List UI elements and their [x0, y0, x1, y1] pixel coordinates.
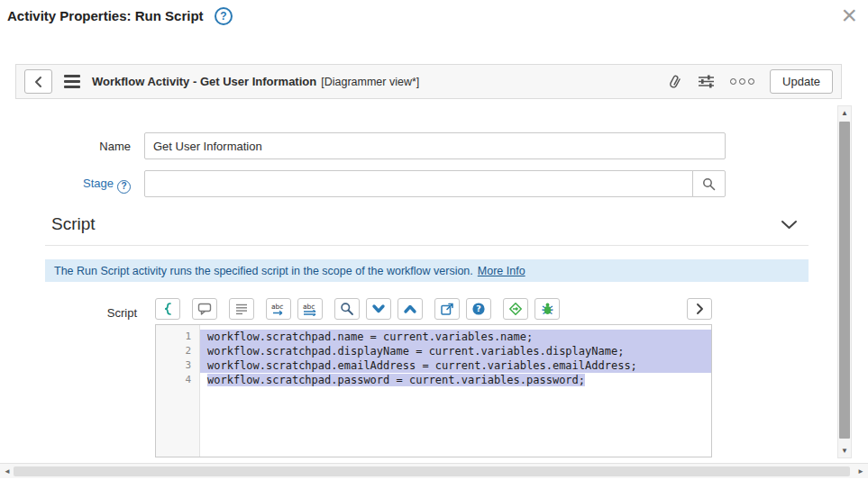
section-divider: [45, 245, 809, 246]
line-number: 2: [156, 344, 199, 358]
line-number: 3: [156, 358, 199, 373]
open-window-icon: [440, 302, 454, 316]
name-label: Name: [0, 140, 131, 153]
workflow-view-label: [Diagrammer view*]: [321, 76, 419, 88]
toggle-comment-button[interactable]: [192, 298, 217, 320]
debug-icon: [540, 302, 555, 316]
collapse-all-button[interactable]: [366, 298, 391, 320]
more-info-link[interactable]: More Info: [478, 265, 525, 277]
stage-input[interactable]: [144, 170, 693, 197]
activity-properties-dialog: Activity Properties: Run Script ? × Work…: [0, 0, 868, 498]
code-line[interactable]: workflow.scratchpad.displayName = curren…: [200, 344, 711, 358]
stage-search-button[interactable]: [692, 170, 726, 197]
svg-text:abc: abc: [271, 303, 283, 311]
wrap-lines-button[interactable]: [229, 298, 254, 320]
svg-text:abc: abc: [303, 303, 315, 311]
code-pane[interactable]: workflow.scratchpad.name = current.varia…: [200, 325, 711, 457]
vertical-scroll-thumb[interactable]: [839, 122, 850, 439]
vertical-scrollbar[interactable]: ▲ ▼: [837, 105, 852, 458]
help-icon[interactable]: ?: [215, 7, 233, 25]
scroll-down-icon[interactable]: ▼: [838, 444, 851, 457]
editor-search-icon: [340, 302, 354, 316]
script-section-title: Script: [51, 214, 96, 234]
info-banner-text: The Run Script activity runs the specifi…: [54, 265, 473, 277]
syntax-check-icon: [508, 302, 523, 316]
format-code-icon: [160, 302, 175, 316]
code-line[interactable]: workflow.scratchpad.name = current.varia…: [200, 330, 711, 344]
chevron-up-icon: [403, 302, 417, 316]
scroll-left-icon[interactable]: ◄: [4, 464, 11, 479]
format-code-button[interactable]: [155, 298, 180, 320]
replace-all-icon: abc: [302, 302, 318, 316]
stage-help-icon[interactable]: ?: [117, 180, 131, 194]
personalize-icon[interactable]: [698, 75, 715, 88]
collapse-section-icon[interactable]: [781, 220, 798, 230]
syntax-check-button[interactable]: [503, 298, 528, 320]
workflow-title: Workflow Activity - Get User Information: [92, 75, 316, 88]
back-chevron-icon: [33, 76, 44, 88]
more-options-icon[interactable]: [730, 78, 754, 85]
line-number: 4: [156, 373, 199, 387]
editor-help-icon: ?: [471, 302, 486, 316]
editor-help-button[interactable]: ?: [466, 298, 491, 320]
replace-button[interactable]: abc: [266, 298, 291, 320]
horizontal-scroll-thumb[interactable]: [14, 466, 850, 476]
expand-all-button[interactable]: [397, 298, 423, 320]
back-button[interactable]: [24, 69, 52, 94]
menu-icon[interactable]: [64, 75, 80, 88]
chevron-right-icon: [694, 303, 705, 315]
close-icon[interactable]: ×: [841, 0, 857, 30]
page-title: Activity Properties: Run Script: [7, 8, 204, 23]
attachment-icon[interactable]: [668, 74, 682, 90]
debug-button[interactable]: [535, 298, 560, 320]
code-line[interactable]: workflow.scratchpad.password = current.v…: [200, 373, 711, 387]
stage-label: Stage?: [0, 177, 131, 194]
toggle-toolbar-button[interactable]: [687, 298, 712, 320]
comment-icon: [197, 302, 212, 316]
lines-icon: [234, 302, 249, 316]
chevron-down-icon: [371, 302, 386, 316]
scroll-up-icon[interactable]: ▲: [838, 106, 851, 120]
search-script-button[interactable]: [334, 298, 360, 320]
search-icon: [702, 177, 716, 191]
replace-icon: abc: [270, 302, 287, 316]
scroll-right-icon[interactable]: ►: [857, 464, 864, 479]
horizontal-scrollbar[interactable]: ◄ ►: [0, 463, 868, 478]
script-editor-toolbar: abc abc: [155, 297, 712, 321]
update-button[interactable]: Update: [770, 69, 833, 94]
info-banner: The Run Script activity runs the specifi…: [45, 259, 809, 282]
code-line[interactable]: workflow.scratchpad.emailAddress = curre…: [200, 358, 711, 373]
name-input[interactable]: [144, 132, 726, 159]
line-number: 1: [156, 330, 199, 344]
workflow-toolbar: Workflow Activity - Get User Information…: [15, 64, 842, 99]
script-code-editor[interactable]: 1 2 3 4 workflow.scratchpad.name = curre…: [155, 324, 712, 457]
line-number-gutter: 1 2 3 4: [156, 325, 200, 457]
svg-text:?: ?: [476, 303, 481, 313]
replace-all-button[interactable]: abc: [297, 298, 323, 320]
open-in-window-button[interactable]: [434, 298, 460, 320]
script-field-label: Script: [0, 306, 137, 320]
